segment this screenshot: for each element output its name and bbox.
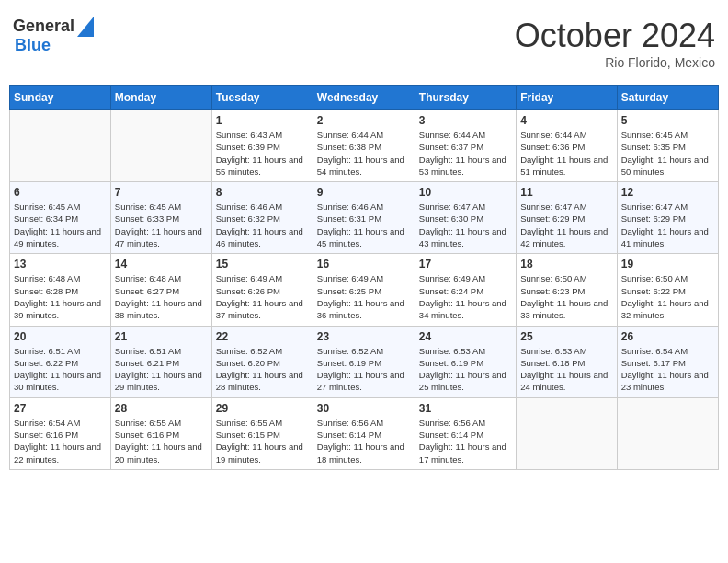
calendar-cell: 3Sunrise: 6:44 AM Sunset: 6:37 PM Daylig…	[415, 110, 516, 182]
day-number: 2	[317, 114, 411, 127]
day-number: 3	[419, 114, 512, 127]
day-number: 26	[621, 330, 714, 343]
day-info: Sunrise: 6:49 AM Sunset: 6:25 PM Dayligh…	[317, 272, 411, 321]
day-number: 21	[115, 330, 208, 343]
calendar-cell: 8Sunrise: 6:46 AM Sunset: 6:32 PM Daylig…	[211, 182, 313, 254]
weekday-header: Wednesday	[313, 86, 415, 110]
day-number: 27	[14, 402, 107, 415]
day-number: 22	[216, 330, 309, 343]
day-number: 11	[520, 186, 612, 199]
month-title: October 2024	[515, 17, 715, 55]
day-info: Sunrise: 6:45 AM Sunset: 6:33 PM Dayligh…	[115, 201, 208, 249]
weekday-header: Tuesday	[211, 86, 313, 110]
day-info: Sunrise: 6:46 AM Sunset: 6:32 PM Dayligh…	[216, 201, 309, 249]
calendar-cell: 4Sunrise: 6:44 AM Sunset: 6:36 PM Daylig…	[517, 110, 617, 182]
calendar-cell: 16Sunrise: 6:49 AM Sunset: 6:25 PM Dayli…	[313, 254, 415, 326]
day-number: 23	[317, 330, 411, 343]
calendar-cell: 12Sunrise: 6:47 AM Sunset: 6:29 PM Dayli…	[617, 182, 718, 254]
calendar-cell: 1Sunrise: 6:43 AM Sunset: 6:39 PM Daylig…	[211, 110, 313, 182]
calendar-cell: 26Sunrise: 6:54 AM Sunset: 6:17 PM Dayli…	[617, 326, 718, 397]
day-info: Sunrise: 6:46 AM Sunset: 6:31 PM Dayligh…	[317, 201, 411, 249]
weekday-header: Monday	[110, 86, 211, 110]
calendar-cell: 24Sunrise: 6:53 AM Sunset: 6:19 PM Dayli…	[415, 326, 516, 397]
day-number: 6	[14, 186, 107, 199]
day-number: 8	[216, 186, 309, 199]
day-number: 1	[216, 114, 309, 127]
day-info: Sunrise: 6:53 AM Sunset: 6:18 PM Dayligh…	[520, 345, 612, 394]
calendar-cell: 22Sunrise: 6:52 AM Sunset: 6:20 PM Dayli…	[211, 326, 313, 397]
day-info: Sunrise: 6:54 AM Sunset: 6:17 PM Dayligh…	[621, 345, 714, 394]
day-info: Sunrise: 6:53 AM Sunset: 6:19 PM Dayligh…	[419, 345, 512, 394]
day-info: Sunrise: 6:44 AM Sunset: 6:37 PM Dayligh…	[419, 129, 512, 178]
calendar-cell: 5Sunrise: 6:45 AM Sunset: 6:35 PM Daylig…	[617, 110, 718, 182]
day-info: Sunrise: 6:51 AM Sunset: 6:22 PM Dayligh…	[14, 345, 107, 394]
weekday-header: Sunday	[10, 86, 111, 110]
day-info: Sunrise: 6:55 AM Sunset: 6:15 PM Dayligh…	[216, 417, 309, 465]
day-info: Sunrise: 6:45 AM Sunset: 6:34 PM Dayligh…	[14, 201, 107, 249]
day-info: Sunrise: 6:47 AM Sunset: 6:30 PM Dayligh…	[419, 201, 512, 249]
calendar-cell: 19Sunrise: 6:50 AM Sunset: 6:22 PM Dayli…	[617, 254, 718, 326]
weekday-header: Saturday	[617, 86, 718, 110]
calendar-cell: 14Sunrise: 6:48 AM Sunset: 6:27 PM Dayli…	[110, 254, 211, 326]
calendar-table: SundayMondayTuesdayWednesdayThursdayFrid…	[9, 85, 719, 470]
logo-triangle-icon	[77, 17, 94, 37]
calendar-cell: 17Sunrise: 6:49 AM Sunset: 6:24 PM Dayli…	[415, 254, 516, 326]
calendar-week-row: 20Sunrise: 6:51 AM Sunset: 6:22 PM Dayli…	[10, 326, 719, 397]
logo: General Blue	[13, 17, 94, 55]
day-number: 29	[216, 402, 309, 415]
title-section: October 2024 Rio Florido, Mexico	[515, 17, 715, 70]
calendar-cell: 29Sunrise: 6:55 AM Sunset: 6:15 PM Dayli…	[211, 397, 313, 469]
day-info: Sunrise: 6:49 AM Sunset: 6:24 PM Dayligh…	[419, 272, 512, 321]
calendar-cell	[517, 397, 617, 469]
day-info: Sunrise: 6:48 AM Sunset: 6:28 PM Dayligh…	[14, 272, 107, 321]
day-number: 14	[115, 258, 208, 270]
day-number: 16	[317, 258, 411, 270]
day-info: Sunrise: 6:47 AM Sunset: 6:29 PM Dayligh…	[520, 201, 612, 249]
day-number: 28	[115, 402, 208, 415]
calendar-cell: 2Sunrise: 6:44 AM Sunset: 6:38 PM Daylig…	[313, 110, 415, 182]
day-number: 4	[520, 114, 612, 127]
day-number: 15	[216, 258, 309, 270]
calendar-cell: 9Sunrise: 6:46 AM Sunset: 6:31 PM Daylig…	[313, 182, 415, 254]
day-number: 17	[419, 258, 512, 270]
day-info: Sunrise: 6:52 AM Sunset: 6:20 PM Dayligh…	[216, 345, 309, 394]
day-number: 31	[419, 402, 512, 415]
logo-blue: Blue	[15, 37, 94, 55]
day-info: Sunrise: 6:44 AM Sunset: 6:36 PM Dayligh…	[520, 129, 612, 178]
day-number: 12	[621, 186, 714, 199]
day-info: Sunrise: 6:44 AM Sunset: 6:38 PM Dayligh…	[317, 129, 411, 178]
calendar-cell	[110, 110, 211, 182]
day-info: Sunrise: 6:45 AM Sunset: 6:35 PM Dayligh…	[621, 129, 714, 178]
day-info: Sunrise: 6:56 AM Sunset: 6:14 PM Dayligh…	[317, 417, 411, 465]
day-number: 9	[317, 186, 411, 199]
calendar-cell: 27Sunrise: 6:54 AM Sunset: 6:16 PM Dayli…	[10, 397, 111, 469]
calendar-cell	[617, 397, 718, 469]
day-number: 10	[419, 186, 512, 199]
day-info: Sunrise: 6:49 AM Sunset: 6:26 PM Dayligh…	[216, 272, 309, 321]
day-info: Sunrise: 6:50 AM Sunset: 6:23 PM Dayligh…	[520, 272, 612, 321]
calendar-cell: 31Sunrise: 6:56 AM Sunset: 6:14 PM Dayli…	[415, 397, 516, 469]
calendar-cell: 6Sunrise: 6:45 AM Sunset: 6:34 PM Daylig…	[10, 182, 111, 254]
day-info: Sunrise: 6:51 AM Sunset: 6:21 PM Dayligh…	[115, 345, 208, 394]
day-number: 30	[317, 402, 411, 415]
page-header: General Blue October 2024 Rio Florido, M…	[9, 9, 719, 77]
day-number: 18	[520, 258, 612, 270]
logo-general: General	[13, 17, 74, 36]
day-number: 13	[14, 258, 107, 270]
calendar-cell: 13Sunrise: 6:48 AM Sunset: 6:28 PM Dayli…	[10, 254, 111, 326]
day-info: Sunrise: 6:50 AM Sunset: 6:22 PM Dayligh…	[621, 272, 714, 321]
calendar-week-row: 13Sunrise: 6:48 AM Sunset: 6:28 PM Dayli…	[10, 254, 719, 326]
day-info: Sunrise: 6:56 AM Sunset: 6:14 PM Dayligh…	[419, 417, 512, 465]
day-info: Sunrise: 6:47 AM Sunset: 6:29 PM Dayligh…	[621, 201, 714, 249]
calendar-cell: 28Sunrise: 6:55 AM Sunset: 6:16 PM Dayli…	[110, 397, 211, 469]
calendar-week-row: 27Sunrise: 6:54 AM Sunset: 6:16 PM Dayli…	[10, 397, 719, 469]
day-info: Sunrise: 6:48 AM Sunset: 6:27 PM Dayligh…	[115, 272, 208, 321]
weekday-header-row: SundayMondayTuesdayWednesdayThursdayFrid…	[10, 86, 719, 110]
calendar-cell: 11Sunrise: 6:47 AM Sunset: 6:29 PM Dayli…	[517, 182, 617, 254]
day-number: 7	[115, 186, 208, 199]
location: Rio Florido, Mexico	[515, 55, 715, 70]
calendar-cell: 30Sunrise: 6:56 AM Sunset: 6:14 PM Dayli…	[313, 397, 415, 469]
day-info: Sunrise: 6:52 AM Sunset: 6:19 PM Dayligh…	[317, 345, 411, 394]
calendar-cell: 21Sunrise: 6:51 AM Sunset: 6:21 PM Dayli…	[110, 326, 211, 397]
calendar-week-row: 6Sunrise: 6:45 AM Sunset: 6:34 PM Daylig…	[10, 182, 719, 254]
